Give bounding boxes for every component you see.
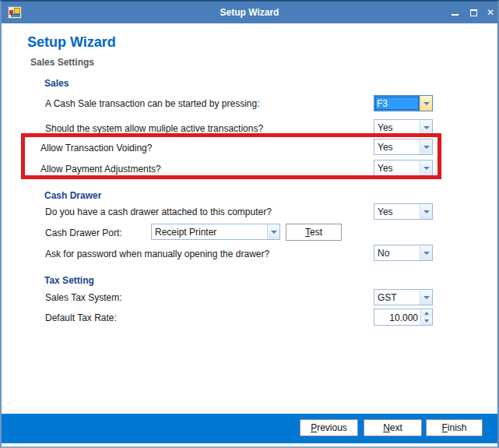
- label-transaction-voiding: Allow Transaction Voiding?: [40, 143, 152, 153]
- default-tax-rate-spinner[interactable]: 10.000: [374, 309, 433, 326]
- next-button-accesskey: N: [383, 422, 390, 433]
- combobox-value: F3: [374, 96, 420, 111]
- combobox-value: Yes: [374, 204, 420, 219]
- footer-bar: Previous Next Finish: [2, 414, 497, 443]
- spin-up-button[interactable]: [421, 309, 432, 317]
- test-button-label: est: [310, 227, 322, 238]
- label-cash-sale-key: A Cash Sale transaction can be started b…: [45, 98, 260, 109]
- label-payment-adjustments: Allow Payment Adjustments?: [40, 164, 161, 175]
- app-icon[interactable]: [8, 6, 22, 19]
- next-button[interactable]: Next: [364, 419, 422, 436]
- dropdown-button[interactable]: [420, 245, 432, 260]
- minimize-button[interactable]: [447, 2, 462, 23]
- chevron-down-icon: [423, 167, 430, 170]
- combobox-value: Yes: [374, 139, 420, 154]
- next-button-label: ext: [390, 422, 402, 433]
- section-title-cash-drawer: Cash Drawer: [44, 190, 101, 201]
- window-title: Setup Wizard: [2, 2, 497, 23]
- dropdown-button[interactable]: [420, 96, 432, 111]
- label-sales-tax-system: Sales Tax System:: [45, 292, 121, 303]
- label-multiple-transactions: Should the system allow muliple active t…: [45, 123, 263, 134]
- label-default-tax-rate: Default Tax Rate:: [45, 312, 117, 323]
- label-cash-drawer-port: Cash Drawer Port:: [45, 228, 122, 238]
- dropdown-button[interactable]: [420, 120, 432, 135]
- cash-sale-key-combobox[interactable]: F3: [374, 95, 433, 111]
- maximize-button[interactable]: [466, 2, 481, 23]
- chevron-down-icon: [423, 210, 430, 213]
- dropdown-button[interactable]: [420, 161, 432, 175]
- cash-drawer-attached-combobox[interactable]: Yes: [374, 203, 433, 220]
- test-button[interactable]: Test: [286, 224, 342, 241]
- minimize-icon: [452, 14, 459, 16]
- previous-button-accesskey: P: [311, 422, 317, 433]
- chevron-down-icon: [423, 126, 430, 129]
- payment-adjustments-combobox[interactable]: Yes: [374, 160, 433, 176]
- combobox-value: GST: [374, 290, 420, 305]
- spin-down-button[interactable]: [421, 317, 432, 325]
- multiple-transactions-combobox[interactable]: Yes: [374, 119, 433, 136]
- combobox-value: Receipt Printer: [152, 224, 267, 239]
- app-icon-blue-square: [11, 14, 20, 17]
- ask-password-combobox[interactable]: No: [374, 245, 433, 261]
- chevron-down-icon: [423, 296, 430, 299]
- sales-tax-system-combobox[interactable]: GST: [374, 289, 433, 305]
- finish-button-accesskey: F: [441, 422, 447, 433]
- dropdown-button[interactable]: [267, 224, 279, 239]
- maximize-icon: [470, 9, 477, 16]
- label-cash-drawer-attached: Do you have a cash drawer attached to th…: [45, 206, 272, 217]
- finish-button-label: inish: [448, 422, 467, 433]
- page-subtitle: Sales Settings: [30, 57, 94, 68]
- chevron-down-icon: [423, 252, 430, 255]
- dropdown-button[interactable]: [420, 204, 432, 219]
- section-title-tax-setting: Tax Setting: [44, 275, 94, 286]
- combobox-value: No: [374, 245, 420, 260]
- page-title: Setup Wizard: [27, 34, 116, 51]
- finish-button[interactable]: Finish: [426, 419, 483, 436]
- close-button[interactable]: ✕: [483, 2, 498, 23]
- dropdown-button[interactable]: [420, 290, 432, 305]
- close-icon: ✕: [487, 8, 494, 17]
- combobox-value: Yes: [374, 120, 420, 135]
- transaction-voiding-combobox[interactable]: Yes: [374, 139, 433, 155]
- section-title-sales: Sales: [44, 78, 69, 89]
- spinner-value: 10.000: [374, 309, 420, 325]
- chevron-down-icon: [424, 319, 429, 323]
- setup-wizard-window: Setup Wizard ✕ Setup Wizard Sales Settin…: [0, 0, 499, 448]
- cash-drawer-port-combobox[interactable]: Receipt Printer: [151, 224, 280, 240]
- combobox-value: Yes: [374, 161, 420, 175]
- titlebar[interactable]: Setup Wizard ✕: [2, 2, 497, 23]
- previous-button[interactable]: Previous: [300, 419, 358, 436]
- chevron-up-icon: [424, 312, 429, 315]
- chevron-down-icon: [271, 231, 277, 234]
- previous-button-label: revious: [317, 422, 347, 433]
- chevron-down-icon: [423, 146, 430, 149]
- app-icon-yellow-square: [14, 8, 20, 14]
- chevron-down-icon: [423, 102, 430, 105]
- label-ask-password: Ask for password when manually opening t…: [45, 249, 269, 259]
- dropdown-button[interactable]: [420, 139, 432, 154]
